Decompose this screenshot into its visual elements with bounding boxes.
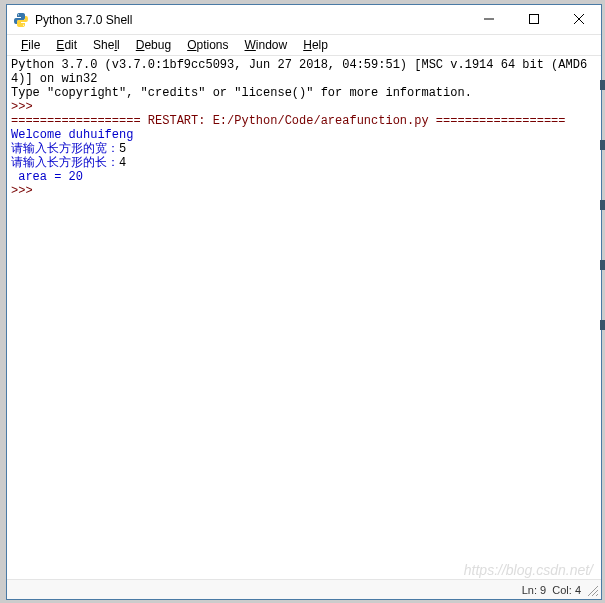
- menu-window[interactable]: Window: [237, 36, 296, 54]
- svg-point-0: [18, 14, 19, 15]
- status-col-value: 4: [575, 584, 581, 596]
- svg-point-1: [23, 24, 24, 25]
- menu-edit[interactable]: Edit: [48, 36, 85, 54]
- close-button[interactable]: [556, 5, 601, 33]
- banner-line: Type "copyright", "credits" or "license(…: [11, 86, 472, 100]
- menu-debug[interactable]: Debug: [128, 36, 179, 54]
- menu-bar: File Edit Shell Debug Options Window Hel…: [7, 35, 601, 56]
- prompt: >>>: [11, 100, 40, 114]
- maximize-button[interactable]: [511, 5, 556, 33]
- idle-window: Python 3.7.0 Shell File Edit Shell Debug…: [6, 4, 602, 600]
- resize-grip-icon[interactable]: [585, 583, 599, 597]
- status-ln-label: Ln:: [522, 584, 537, 596]
- svg-rect-3: [529, 15, 538, 24]
- restart-line: ================== RESTART: E:/Python/Co…: [11, 114, 566, 128]
- output-line: Welcome duhuifeng: [11, 128, 133, 142]
- menu-shell[interactable]: Shell: [85, 36, 128, 54]
- banner-line: 4)] on win32: [11, 72, 97, 86]
- banner-line: Python 3.7.0 (v3.7.0:1bf9cc5093, Jun 27 …: [11, 58, 587, 72]
- menu-options[interactable]: Options: [179, 36, 236, 54]
- python-icon: [13, 12, 29, 28]
- user-input: 5: [119, 142, 126, 156]
- status-col-label: Col:: [552, 584, 572, 596]
- menu-file[interactable]: File: [13, 36, 48, 54]
- user-input: 4: [119, 156, 126, 170]
- status-bar: Ln: 9 Col: 4: [7, 579, 601, 599]
- output-line: area = 20: [11, 170, 83, 184]
- status-ln-value: 9: [540, 584, 546, 596]
- prompt: >>>: [11, 184, 40, 198]
- minimize-button[interactable]: [466, 5, 511, 33]
- menu-help[interactable]: Help: [295, 36, 336, 54]
- watermark: https://blog.csdn.net/: [464, 563, 593, 577]
- title-bar[interactable]: Python 3.7.0 Shell: [7, 5, 601, 35]
- input-prompt-line: 请输入长方形的宽：: [11, 142, 119, 156]
- window-title: Python 3.7.0 Shell: [35, 13, 466, 27]
- shell-text-area[interactable]: Python 3.7.0 (v3.7.0:1bf9cc5093, Jun 27 …: [7, 56, 601, 579]
- svg-line-8: [596, 594, 598, 596]
- input-prompt-line: 请输入长方形的长：: [11, 156, 119, 170]
- window-controls: [466, 5, 601, 34]
